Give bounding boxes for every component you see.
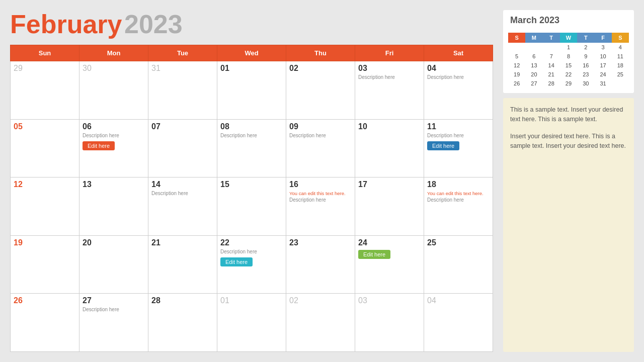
calendar-weekday-header: Tue: [148, 45, 217, 61]
mini-cal-cell: 2: [577, 43, 594, 52]
mini-cal-cell: 5: [508, 52, 525, 61]
title-month: February: [10, 10, 122, 39]
day-number: 01: [220, 296, 283, 305]
day-number: 31: [151, 64, 214, 73]
day-number: 06: [83, 122, 145, 131]
description-text: Description here: [220, 249, 283, 254]
calendar-weekday-header: Sun: [11, 45, 79, 61]
day-number: 05: [14, 122, 76, 131]
edit-button[interactable]: Edit here: [83, 141, 115, 150]
description-text: Description here: [289, 197, 352, 203]
day-number: 10: [358, 122, 421, 131]
day-number: 12: [14, 180, 76, 189]
calendar-cell: 21: [148, 235, 217, 294]
calendar-cell: 06Description hereEdit here: [79, 119, 148, 177]
day-number: 23: [289, 238, 352, 247]
calendar-cell: 29: [11, 61, 79, 120]
mini-cal-cell: 10: [594, 52, 611, 61]
calendar-cell: 08Description here: [217, 119, 286, 177]
mini-cal-cell: 19: [508, 70, 525, 79]
calendar-cell: 14Description here: [148, 177, 217, 236]
calendar-weekday-header: Wed: [217, 45, 286, 61]
sidebar-text-2: Insert your desired text here. This is a…: [510, 132, 627, 151]
edit-button[interactable]: Edit here: [427, 141, 459, 150]
day-number: 27: [83, 296, 145, 305]
mini-cal-weekday: S: [612, 33, 629, 43]
day-number: 07: [151, 122, 214, 131]
mini-cal-body: 1234567891011121314151617181920212223242…: [508, 43, 629, 88]
calendar-row: 121314Description here1516You can edit t…: [11, 177, 493, 236]
calendar-cell: 31: [148, 61, 217, 120]
mini-cal-cell: 23: [577, 70, 594, 79]
mini-cal-cell: 12: [508, 61, 525, 70]
mini-cal-cell: 25: [612, 70, 629, 79]
day-number: 08: [220, 122, 283, 131]
mini-cal-cell: 29: [560, 79, 577, 88]
mini-cal-cell: 16: [577, 61, 594, 70]
calendar-cell: 23: [286, 235, 355, 294]
day-number: 03: [358, 64, 421, 73]
calendar-cell: 02: [286, 61, 355, 120]
calendar-cell: 01: [217, 294, 286, 352]
mini-cal-weekday: F: [594, 33, 611, 43]
day-number: 19: [14, 238, 76, 247]
mini-cal-cell: 22: [560, 70, 577, 79]
day-number: 28: [151, 296, 214, 305]
you-can-edit-text: You can edit this text here.: [427, 191, 490, 196]
day-number: 26: [14, 296, 76, 305]
calendar-row: 19202122Description hereEdit here2324Edi…: [11, 235, 493, 294]
calendar-weekday-header: Sat: [424, 45, 493, 61]
day-number: 01: [220, 64, 283, 73]
calendar-cell: 26: [11, 294, 79, 352]
mini-cal-cell: 8: [560, 52, 577, 61]
mini-cal-weekday: W: [560, 33, 577, 43]
mini-cal-cell: 30: [577, 79, 594, 88]
mini-cal-cell: [543, 43, 560, 52]
mini-cal-weekday: M: [525, 33, 542, 43]
day-number: 21: [151, 238, 214, 247]
you-can-edit-text: You can edit this text here.: [289, 191, 352, 196]
calendar-cell: 30: [79, 61, 148, 120]
calendar-weekday-header: Fri: [355, 45, 424, 61]
edit-button[interactable]: Edit here: [358, 250, 390, 259]
calendar-cell: 15: [217, 177, 286, 236]
calendar-cell: 03: [355, 294, 424, 352]
day-number: 02: [289, 296, 352, 305]
main-section: February 2023 SunMonTueWedThuFriSat 2930…: [10, 10, 493, 352]
day-number: 14: [151, 180, 214, 189]
mini-cal-cell: 14: [543, 61, 560, 70]
calendar-cell: 03Description here: [355, 61, 424, 120]
day-number: 25: [427, 238, 490, 247]
calendar-cell: 02: [286, 294, 355, 352]
calendar-cell: 07: [148, 119, 217, 177]
calendar-cell: 27Description here: [79, 294, 148, 352]
mini-cal-cell: 24: [594, 70, 611, 79]
calendar-cell: 01: [217, 61, 286, 120]
mini-cal-cell: 17: [594, 61, 611, 70]
sidebar-text-box: This is a sample text. Insert your desir…: [503, 98, 634, 352]
sidebar-cal-title: March 2023: [510, 15, 559, 25]
day-number: 24: [358, 238, 421, 247]
mini-cal-cell: 21: [543, 70, 560, 79]
day-number: 15: [220, 180, 283, 189]
calendar-cell: 04Description here: [424, 61, 493, 120]
main-title: February 2023: [10, 10, 493, 39]
calendar-cell: 25: [424, 235, 493, 294]
mini-cal-cell: [508, 43, 525, 52]
day-number: 11: [427, 122, 490, 131]
day-number: 17: [358, 180, 421, 189]
mini-cal-cell: 1: [560, 43, 577, 52]
edit-button[interactable]: Edit here: [220, 257, 253, 266]
description-text: Description here: [427, 74, 490, 80]
calendar-header-row: SunMonTueWedThuFriSat: [11, 45, 493, 61]
description-text: Description here: [83, 307, 145, 312]
calendar-weekday-header: Mon: [79, 45, 148, 61]
description-text: Description here: [289, 133, 352, 138]
day-number: 22: [220, 238, 283, 247]
mini-cal-cell: 20: [525, 70, 542, 79]
calendar-cell: 05: [11, 119, 79, 177]
mini-cal-cell: 13: [525, 61, 542, 70]
mini-cal-weekday: T: [543, 33, 560, 43]
day-number: 29: [14, 64, 76, 73]
calendar-cell: 28: [148, 294, 217, 352]
